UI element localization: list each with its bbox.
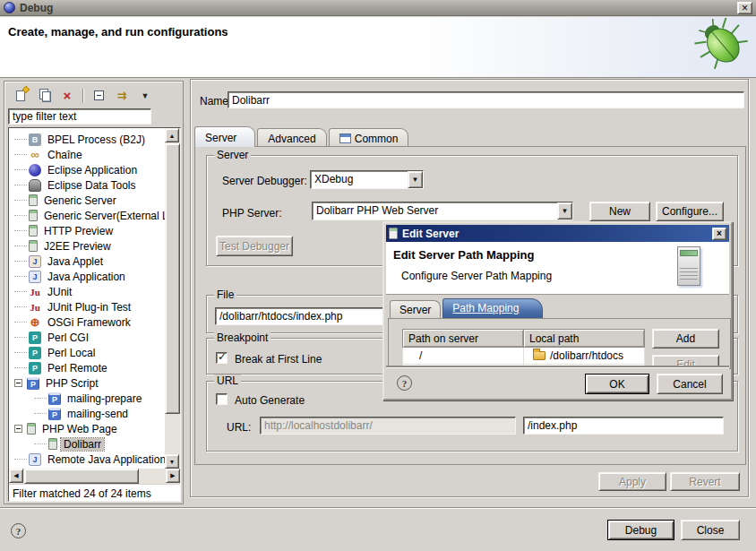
php-file-icon: P xyxy=(48,408,61,420)
cancel-button[interactable]: Cancel xyxy=(657,374,723,394)
tree-connector xyxy=(14,169,27,170)
chevron-down-icon[interactable]: ▼ xyxy=(408,171,423,188)
expander-icon[interactable] xyxy=(14,425,22,433)
tree-item-perl-cgi[interactable]: P Perl CGI xyxy=(9,330,165,345)
filter-input[interactable] xyxy=(8,108,151,125)
tree-item-eclipse-data-tools[interactable]: Eclipse Data Tools xyxy=(9,177,165,193)
chain-icon: ∞ xyxy=(29,149,41,161)
tree-item-perl-local[interactable]: P Perl Local xyxy=(9,345,165,360)
scroll-down-icon[interactable]: ▼ xyxy=(165,454,179,469)
php-server-label: PHP Server: xyxy=(222,207,281,220)
url-path-input[interactable] xyxy=(523,417,724,435)
eclipse-logo-icon xyxy=(4,2,15,13)
tree-connector xyxy=(14,185,27,185)
scroll-left-icon[interactable]: ◀ xyxy=(9,469,23,483)
collapse-all-icon[interactable] xyxy=(89,86,108,106)
path-mapping-content: Path on serverLocal path //dolibarr/htdo… xyxy=(388,318,731,369)
ok-button[interactable]: OK xyxy=(585,374,649,394)
hscroll-thumb[interactable] xyxy=(24,469,139,484)
tree-item-bpel-process-b2j[interactable]: B BPEL Process (B2J) xyxy=(9,132,165,147)
debug-button[interactable]: Debug xyxy=(607,520,674,540)
tree-item-generic-server-external-la[interactable]: Generic Server(External La xyxy=(9,208,165,223)
server-debugger-label: Server Debugger: xyxy=(222,175,307,187)
revert-button[interactable]: Revert xyxy=(670,472,740,491)
tree-item-php-script[interactable]: P PHP Script xyxy=(9,375,165,391)
add-mapping-button[interactable]: Add xyxy=(652,329,719,349)
tab-server[interactable]: Server xyxy=(194,126,255,147)
tree-connector xyxy=(14,306,27,307)
delete-icon[interactable]: × xyxy=(57,86,77,106)
break-at-first-line-checkbox[interactable] xyxy=(216,352,228,364)
edit-server-title: Edit Server xyxy=(402,228,459,240)
tree-horizontal-scrollbar[interactable]: ◀ ▶ xyxy=(9,469,180,484)
tree-connector xyxy=(14,261,27,262)
filter-icon[interactable]: ⇉ xyxy=(112,86,132,106)
php-file-icon: P xyxy=(48,392,61,405)
base-url-input xyxy=(260,417,516,435)
auto-generate-checkbox[interactable] xyxy=(216,393,228,405)
dialog-tab-path-mapping[interactable]: Path Mapping xyxy=(442,298,543,318)
server-icon xyxy=(29,225,38,237)
tree-item-perl-remote[interactable]: P Perl Remote xyxy=(9,360,165,375)
close-button[interactable]: Close xyxy=(681,520,740,540)
tab-common[interactable]: Common xyxy=(329,128,409,147)
scroll-up-icon[interactable]: ▲ xyxy=(165,128,179,142)
php-server-icon xyxy=(48,438,57,450)
configure-server-button[interactable]: Configure... xyxy=(656,202,724,221)
tree-item-php-web-page[interactable]: PHP Web Page xyxy=(9,421,165,436)
tree-item-http-preview[interactable]: HTTP Preview xyxy=(9,223,165,238)
tree-vertical-scrollbar[interactable]: ▲ ▼ xyxy=(165,128,180,469)
new-config-icon[interactable] xyxy=(11,86,30,106)
tree-item-dolibarr[interactable]: Dolibarr xyxy=(9,436,165,452)
tree-item-j2ee-preview[interactable]: J2EE Preview xyxy=(9,238,165,254)
server-debugger-select[interactable]: XDebug ▼ xyxy=(310,170,424,189)
tree-item-java-application[interactable]: J Java Application xyxy=(9,269,165,284)
window-close-button[interactable]: × xyxy=(737,2,752,14)
tree-item-cha-ne[interactable]: ∞ Chaîne xyxy=(9,147,165,162)
chevron-down-icon[interactable]: ▼ xyxy=(557,202,572,220)
tree-item-eclipse-application[interactable]: Eclipse Application xyxy=(9,162,165,177)
server-icon xyxy=(29,194,38,206)
expander-icon[interactable] xyxy=(14,379,22,387)
apply-button[interactable]: Apply xyxy=(598,472,666,491)
dropdown-arrow-icon[interactable]: ▼ xyxy=(135,86,155,106)
window-title: Debug xyxy=(20,2,53,14)
column-header-local-path[interactable]: Local path xyxy=(524,330,645,348)
duplicate-icon[interactable] xyxy=(34,86,54,106)
configurations-sidebar: × ⇉ ▼ B BPEL Process (B2J) ∞ Chaîne Ecli… xyxy=(4,81,184,504)
tree-item-junit-plug-in-test[interactable]: Ju JUnit Plug-in Test xyxy=(9,299,165,314)
scroll-right-icon[interactable]: ▶ xyxy=(166,469,180,483)
tree-item-junit[interactable]: Ju JUnit xyxy=(9,284,165,299)
dialog-help-icon[interactable]: ? xyxy=(397,375,412,391)
column-header-path-on-server[interactable]: Path on server xyxy=(403,330,524,348)
dialog-button-bar: ? OK Cancel xyxy=(386,367,729,397)
tree-connector xyxy=(34,398,47,399)
footer-separator xyxy=(0,507,756,509)
dialog-tab-server[interactable]: Server xyxy=(390,300,441,318)
name-input[interactable] xyxy=(228,91,744,108)
tree-item-generic-server[interactable]: Generic Server xyxy=(9,193,165,208)
tab-advanced[interactable]: Advanced xyxy=(257,128,326,147)
table-icon xyxy=(339,133,351,143)
tree-item-osgi-framework[interactable]: ⊕ OSGi Framework xyxy=(9,314,165,330)
tree-item-mailing-prepare[interactable]: P mailing-prepare xyxy=(9,391,165,406)
toolbar-separator xyxy=(82,89,83,103)
tree-connector xyxy=(14,215,27,216)
tree-connector xyxy=(14,200,27,201)
server-icon xyxy=(29,240,38,252)
php-server-select[interactable]: Dolibarr PHP Web Server ▼ xyxy=(312,202,573,220)
new-server-button[interactable]: New xyxy=(589,202,650,221)
tree-item-mailing-send[interactable]: P mailing-send xyxy=(9,406,165,421)
tree-item-java-applet[interactable]: J Java Applet xyxy=(9,254,165,269)
filter-status: Filter matched 24 of 24 items xyxy=(9,484,180,501)
help-icon[interactable]: ? xyxy=(11,523,26,538)
test-debugger-button[interactable]: Test Debugger xyxy=(216,236,293,256)
tree-connector xyxy=(14,367,27,368)
server-group-legend: Server xyxy=(214,149,251,161)
vscroll-thumb[interactable] xyxy=(165,143,180,414)
dialog-heading: Edit Server Path Mapping xyxy=(393,248,534,262)
dialog-close-button[interactable]: × xyxy=(712,228,726,240)
tree-connector xyxy=(34,413,47,414)
tree-item-remote-java-application[interactable]: J Remote Java Application xyxy=(9,452,165,467)
mapping-row[interactable]: //dolibarr/htdocs xyxy=(403,348,645,365)
